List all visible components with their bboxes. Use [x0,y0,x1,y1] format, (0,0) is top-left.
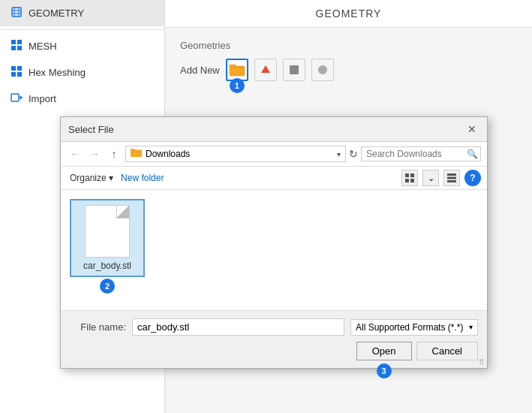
svg-rect-0 [12,8,21,17]
svg-rect-21 [447,173,456,176]
svg-rect-5 [11,40,16,44]
sidebar-item-label-geometry: GEOMETRY [29,8,84,19]
badge-2: 2 [100,279,115,294]
add-file-button[interactable]: 1 [226,59,248,81]
search-icon: 🔍 [467,149,478,159]
main-title: GEOMETRY [165,0,532,28]
sidebar-item-label-mesh: MESH [29,41,57,52]
format-label: All Supported Formats (*.*) [356,322,466,333]
red-shape-icon [260,64,272,76]
organize-arrow: ▾ [109,173,113,183]
sidebar-item-hex-meshing[interactable]: Hex Meshing [0,59,164,86]
svg-rect-11 [11,72,16,77]
nav-path-text: Downloads [146,149,334,159]
action-row: Open 3 Cancel [70,342,478,360]
file-name-row: File name: All Supported Formats (*.*) ▾ [70,318,478,336]
sidebar-item-label-import: Import [29,93,56,104]
file-name-field-label: File name: [70,321,126,333]
cancel-button[interactable]: Cancel [416,342,478,360]
svg-rect-22 [447,177,456,179]
organize-label: Organize [70,173,107,183]
file-name-label: car_body.stl [83,261,131,271]
dialog-nav: ← → ↑ Downloads ▾ ↻ 🔍 [61,142,487,167]
svg-rect-20 [410,179,414,182]
svg-marker-14 [261,65,270,73]
file-select-dialog: Select File ✕ ← → ↑ Downloads ▾ ↻ 🔍 Orga… [60,116,488,369]
help-button[interactable]: ? [464,170,481,186]
mesh-icon [11,39,23,53]
svg-rect-7 [11,46,16,50]
add-new-row: Add New 1 [180,59,517,81]
search-input[interactable] [366,149,464,159]
close-button[interactable]: ✕ [464,122,479,137]
svg-rect-12 [17,72,22,77]
svg-rect-6 [17,40,22,44]
folder-icon [229,63,245,77]
format-dropdown-arrow: ▾ [469,323,473,331]
svg-rect-8 [17,46,22,50]
divider-1 [0,29,164,30]
sidebar-item-label-hex-meshing: Hex Meshing [29,67,86,78]
geometry-icon [11,6,23,20]
new-folder-button[interactable]: New folder [121,173,164,183]
geometries-section: Geometries Add New 1 [165,28,532,93]
svg-rect-15 [290,65,299,74]
view-icon [404,173,415,183]
format-select[interactable]: All Supported Formats (*.*) ▾ [350,319,478,336]
dialog-titlebar: Select File ✕ [61,117,487,142]
forward-button[interactable]: → [86,146,103,162]
dialog-bottom: File name: All Supported Formats (*.*) ▾… [61,310,487,368]
view-toggle-button[interactable] [401,170,418,186]
add-new-label: Add New [180,65,220,76]
nav-path-dropdown[interactable]: ▾ [337,150,341,158]
svg-rect-13 [11,94,19,101]
folder-small-icon [131,148,143,158]
file-icon [85,205,130,258]
dialog-title: Select File [68,124,114,135]
organize-button[interactable]: Organize ▾ [67,171,116,185]
file-item-car-body[interactable]: car_body.stl [70,199,145,277]
nav-path[interactable]: Downloads ▾ [125,146,346,162]
add-shape-gray-button[interactable] [283,59,305,81]
add-shape-red-button[interactable] [254,59,277,81]
sidebar-item-import[interactable]: Import [0,86,164,112]
back-button[interactable]: ← [67,146,83,162]
sidebar-item-geometry[interactable]: GEOMETRY [0,0,164,26]
svg-rect-23 [447,180,456,182]
open-button[interactable]: Open [356,342,412,360]
svg-rect-10 [17,66,22,71]
sidebar-item-mesh[interactable]: MESH [0,33,164,59]
folder-nav-icon [131,148,143,160]
geometries-label: Geometries [180,40,517,51]
view-arrow-button[interactable]: ⌄ [422,170,439,186]
dialog-toolbar: Organize ▾ New folder ⌄ ? [61,167,487,190]
svg-rect-9 [11,66,16,71]
badge-1: 1 [230,78,245,93]
dialog-body: car_body.stl 2 [61,190,487,310]
add-sphere-button[interactable] [311,59,334,81]
badge-3: 3 [377,363,392,378]
details-icon [446,173,457,183]
up-button[interactable]: ↑ [106,146,122,162]
search-box: 🔍 [361,146,481,161]
details-view-button[interactable] [443,170,460,186]
svg-rect-17 [405,173,409,177]
hex-icon [11,65,23,80]
import-icon [11,92,23,106]
svg-point-16 [318,65,327,74]
gray-shape-icon [288,64,300,76]
file-name-input[interactable] [132,318,344,336]
svg-rect-19 [405,179,409,182]
svg-rect-18 [410,173,414,177]
resize-handle[interactable]: ⠿ [479,358,484,366]
refresh-button[interactable]: ↻ [349,148,358,160]
sphere-icon [317,64,329,76]
